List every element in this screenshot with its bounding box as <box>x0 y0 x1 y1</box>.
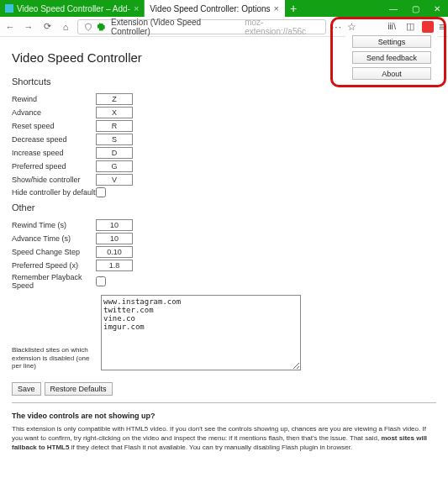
tab-label: Video Speed Controller – Add- <box>17 4 130 13</box>
urlbar-url-tail: moz-extension://a56c <box>245 18 322 36</box>
hide-default-row: Hide controller by default <box>12 187 436 197</box>
faq-text: if they detect that Flash it not availab… <box>69 444 352 451</box>
minimize-button[interactable]: — <box>382 0 404 17</box>
tab-label: Video Speed Controller: Options <box>150 4 270 13</box>
shortcut-input-rewind[interactable] <box>96 93 133 105</box>
options-page: Video Speed Controller Shortcuts Rewind … <box>0 37 448 460</box>
new-tab-button[interactable]: + <box>285 0 302 17</box>
send-feedback-button[interactable]: Send feedback <box>352 51 431 64</box>
row-label: Remember Playback Speed <box>12 273 96 290</box>
pocket-icon[interactable] <box>422 21 434 33</box>
shortcut-row-preferred: Preferred speed <box>12 160 436 172</box>
blacklist-textarea[interactable] <box>101 295 301 370</box>
shortcut-row-increase: Increase speed <box>12 147 436 159</box>
extension-popup-menu: Settings Send feedback About <box>345 35 438 80</box>
tab-favicon <box>5 4 13 13</box>
remember-speed-row: Remember Playback Speed <box>12 273 436 290</box>
shortcut-input-decrease[interactable] <box>96 134 133 145</box>
shortcut-row-rewind: Rewind <box>12 93 436 105</box>
window-titlebar: Video Speed Controller – Add- × Video Sp… <box>0 0 448 17</box>
row-label: Hide controller by default <box>12 188 96 197</box>
row-label: Advance <box>12 108 96 117</box>
blacklist-row: Blacklisted sites on which extension is … <box>12 295 436 370</box>
hide-default-checkbox[interactable] <box>96 187 106 197</box>
row-label: Decrease speed <box>12 135 96 144</box>
row-label: Rewind Time (s) <box>12 221 96 229</box>
close-icon[interactable]: × <box>134 3 139 13</box>
row-label: Reset speed <box>12 122 96 130</box>
extension-icon <box>98 22 108 32</box>
tab-1[interactable]: Video Speed Controller: Options × <box>145 0 285 17</box>
row-label: Show/hide controller <box>12 176 96 184</box>
urlbar-extension-name: Extension (Video Speed Controller) <box>111 18 238 36</box>
shortcut-row-advance: Advance <box>12 107 436 118</box>
window-controls: — ▢ ✕ <box>382 0 448 17</box>
faq-heading: The video controls are not showing up? <box>12 412 436 420</box>
section-other-heading: Other <box>12 202 436 213</box>
svg-rect-0 <box>5 4 13 13</box>
speed-step-input[interactable] <box>96 246 133 258</box>
forward-button[interactable]: → <box>22 20 35 34</box>
divider <box>12 402 436 403</box>
home-button[interactable]: ⌂ <box>59 20 72 34</box>
other-row-step: Speed Change Step <box>12 246 436 258</box>
shield-icon <box>82 20 94 34</box>
row-label: Advance Time (s) <box>12 234 96 243</box>
close-button[interactable]: ✕ <box>426 0 448 17</box>
blacklist-label: Blacklisted sites on which extension is … <box>12 346 96 370</box>
restore-defaults-button[interactable]: Restore Defaults <box>45 382 113 396</box>
page-actions-icon[interactable]: ··· <box>331 21 342 33</box>
faq-body: This extension is only compatible with H… <box>12 425 436 452</box>
settings-button[interactable]: Settings <box>352 35 431 48</box>
browser-toolbar: ← → ⟳ ⌂ Extension (Video Speed Controlle… <box>0 17 448 37</box>
other-row-advancetime: Advance Time (s) <box>12 233 436 244</box>
url-bar[interactable]: Extension (Video Speed Controller) moz-e… <box>77 19 326 34</box>
sidebar-icon[interactable]: ◫ <box>403 20 417 34</box>
about-button[interactable]: About <box>352 67 431 80</box>
shortcut-input-preferred[interactable] <box>96 160 133 172</box>
shortcut-input-advance[interactable] <box>96 107 133 118</box>
advance-time-input[interactable] <box>96 233 133 244</box>
row-label: Speed Change Step <box>12 248 96 256</box>
shortcut-row-reset: Reset speed <box>12 120 436 132</box>
remember-speed-checkbox[interactable] <box>96 276 106 286</box>
rewind-time-input[interactable] <box>96 219 133 231</box>
other-row-prefspeed: Preferred Speed (x) <box>12 260 436 271</box>
tab-0[interactable]: Video Speed Controller – Add- × <box>0 0 145 17</box>
row-label: Preferred Speed (x) <box>12 261 96 270</box>
shortcut-row-decrease: Decrease speed <box>12 134 436 145</box>
maximize-button[interactable]: ▢ <box>404 0 426 17</box>
save-button[interactable]: Save <box>12 382 41 396</box>
shortcut-input-reset[interactable] <box>96 120 133 132</box>
reload-button[interactable]: ⟳ <box>40 20 54 34</box>
row-label: Preferred speed <box>12 162 96 171</box>
button-bar: Save Restore Defaults <box>12 382 436 396</box>
shortcut-input-increase[interactable] <box>96 147 133 159</box>
back-button[interactable]: ← <box>3 20 17 34</box>
close-icon[interactable]: × <box>274 3 279 13</box>
row-label: Increase speed <box>12 149 96 157</box>
bookmark-icon[interactable]: ☆ <box>347 21 356 33</box>
shortcut-row-showhide: Show/hide controller <box>12 174 436 186</box>
other-row-rewindtime: Rewind Time (s) <box>12 219 436 231</box>
shortcut-input-showhide[interactable] <box>96 174 133 186</box>
faq-text: This extension is only compatible with H… <box>12 425 426 442</box>
menu-button[interactable]: ≡ <box>439 21 445 33</box>
row-label: Rewind <box>12 95 96 103</box>
preferred-speed-input[interactable] <box>96 260 133 271</box>
library-icon[interactable]: ⅲ\ <box>385 20 398 34</box>
